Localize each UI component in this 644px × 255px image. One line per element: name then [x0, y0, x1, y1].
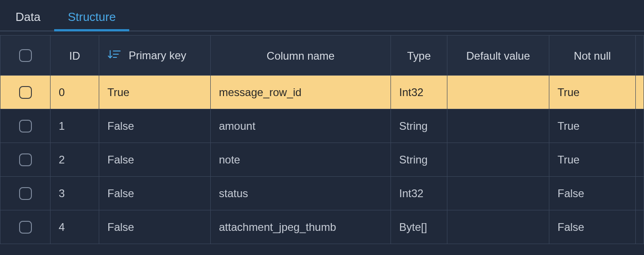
cell-column-name[interactable]: amount [211, 109, 391, 143]
cell-not-null[interactable]: True [549, 76, 636, 109]
cell-primary-key[interactable]: False [99, 177, 211, 210]
header-primary-key[interactable]: Primary key [99, 36, 211, 76]
cell-not-null[interactable]: False [549, 210, 636, 244]
header-default-value[interactable]: Default value [447, 36, 549, 76]
cell-id[interactable]: 4 [51, 210, 99, 244]
cell-primary-key[interactable]: True [99, 76, 211, 109]
cell-default-value[interactable] [447, 210, 549, 244]
cell-column-name[interactable]: attachment_jpeg_thumb [211, 210, 391, 244]
table-row[interactable]: 1FalseamountStringTrue [0, 109, 644, 143]
header-spacer [636, 36, 644, 76]
cell-not-null[interactable]: True [549, 143, 636, 177]
row-checkbox-cell[interactable] [0, 177, 51, 210]
cell-type[interactable]: String [391, 143, 447, 177]
cell-column-name[interactable]: note [211, 143, 391, 177]
row-checkbox-cell[interactable] [0, 76, 51, 109]
cell-primary-key[interactable]: False [99, 210, 211, 244]
row-checkbox-cell[interactable] [0, 143, 51, 177]
structure-table-container: ID Primary key Column [0, 31, 644, 244]
checkbox-icon [19, 49, 32, 62]
header-select-all[interactable] [0, 36, 51, 76]
cell-primary-key[interactable]: False [99, 109, 211, 143]
tab-bar: Data Structure [0, 0, 644, 31]
cell-column-name[interactable]: status [211, 177, 391, 210]
table-row[interactable]: 4Falseattachment_jpeg_thumbByte[]False [0, 210, 644, 244]
cell-not-null[interactable]: False [549, 177, 636, 210]
row-checkbox-cell[interactable] [0, 109, 51, 143]
header-not-null[interactable]: Not null [549, 36, 636, 76]
cell-primary-key[interactable]: False [99, 143, 211, 177]
cell-spacer [636, 177, 644, 210]
checkbox-icon [19, 86, 32, 99]
header-id[interactable]: ID [51, 36, 99, 76]
cell-default-value[interactable] [447, 143, 549, 177]
table-body: 0Truemessage_row_idInt32True1Falseamount… [0, 76, 644, 244]
cell-id[interactable]: 1 [51, 109, 99, 143]
cell-type[interactable]: String [391, 109, 447, 143]
cell-default-value[interactable] [447, 177, 549, 210]
checkbox-icon [19, 120, 32, 133]
cell-id[interactable]: 0 [51, 76, 99, 109]
cell-column-name[interactable]: message_row_id [211, 76, 391, 109]
row-checkbox-cell[interactable] [0, 210, 51, 244]
tab-data[interactable]: Data [2, 2, 54, 31]
cell-id[interactable]: 3 [51, 177, 99, 210]
cell-spacer [636, 109, 644, 143]
header-type[interactable]: Type [391, 36, 447, 76]
cell-id[interactable]: 2 [51, 143, 99, 177]
cell-type[interactable]: Byte[] [391, 210, 447, 244]
checkbox-icon [19, 221, 32, 234]
table-row[interactable]: 3FalsestatusInt32False [0, 177, 644, 210]
table-header: ID Primary key Column [0, 36, 644, 76]
structure-table: ID Primary key Column [0, 35, 644, 244]
cell-not-null[interactable]: True [549, 109, 636, 143]
cell-default-value[interactable] [447, 76, 549, 109]
tab-structure[interactable]: Structure [54, 2, 130, 31]
sort-asc-icon [107, 49, 121, 62]
table-row[interactable]: 2FalsenoteStringTrue [0, 143, 644, 177]
cell-spacer [636, 76, 644, 109]
header-column-name[interactable]: Column name [211, 36, 391, 76]
cell-type[interactable]: Int32 [391, 76, 447, 109]
table-row[interactable]: 0Truemessage_row_idInt32True [0, 76, 644, 109]
cell-spacer [636, 210, 644, 244]
cell-spacer [636, 143, 644, 177]
checkbox-icon [19, 187, 32, 200]
checkbox-icon [19, 153, 32, 166]
cell-default-value[interactable] [447, 109, 549, 143]
cell-type[interactable]: Int32 [391, 177, 447, 210]
